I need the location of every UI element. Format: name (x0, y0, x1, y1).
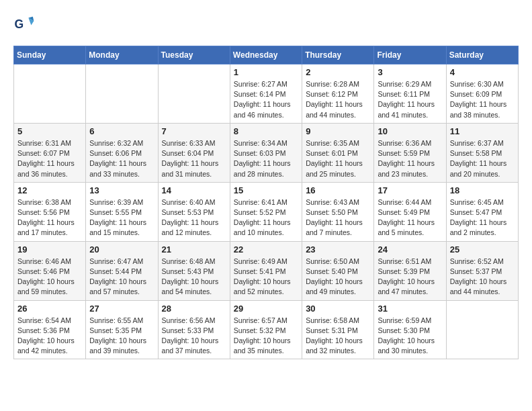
logo-icon: G (13, 13, 35, 35)
calendar-cell: 29Sunrise: 6:57 AMSunset: 5:32 PMDayligh… (230, 300, 302, 359)
calendar-cell: 21Sunrise: 6:48 AMSunset: 5:43 PMDayligh… (158, 241, 230, 300)
calendar-week-row: 19Sunrise: 6:46 AMSunset: 5:46 PMDayligh… (14, 241, 519, 300)
calendar-cell: 16Sunrise: 6:43 AMSunset: 5:50 PMDayligh… (302, 182, 374, 241)
calendar-cell: 9Sunrise: 6:35 AMSunset: 6:01 PMDaylight… (302, 123, 374, 182)
calendar-cell: 14Sunrise: 6:40 AMSunset: 5:53 PMDayligh… (158, 182, 230, 241)
calendar-cell (14, 64, 86, 124)
day-info: Sunrise: 6:45 AMSunset: 5:47 PMDaylight:… (450, 197, 515, 238)
day-number: 24 (378, 244, 442, 255)
day-number: 12 (17, 185, 82, 195)
calendar-cell: 11Sunrise: 6:37 AMSunset: 5:58 PMDayligh… (446, 123, 518, 182)
day-number: 11 (450, 126, 515, 136)
day-number: 18 (450, 185, 515, 195)
day-number: 9 (306, 126, 370, 136)
day-number: 21 (162, 244, 226, 255)
calendar-cell: 6Sunrise: 6:32 AMSunset: 6:06 PMDaylight… (86, 123, 158, 182)
calendar-cell: 20Sunrise: 6:47 AMSunset: 5:44 PMDayligh… (86, 241, 158, 300)
day-number: 27 (89, 304, 154, 314)
calendar-cell: 19Sunrise: 6:46 AMSunset: 5:46 PMDayligh… (14, 241, 86, 300)
day-number: 16 (306, 185, 370, 195)
calendar-cell: 23Sunrise: 6:50 AMSunset: 5:40 PMDayligh… (302, 241, 374, 300)
day-info: Sunrise: 6:51 AMSunset: 5:39 PMDaylight:… (378, 257, 442, 298)
calendar-cell: 5Sunrise: 6:31 AMSunset: 6:07 PMDaylight… (14, 123, 86, 182)
calendar-cell: 30Sunrise: 6:58 AMSunset: 5:31 PMDayligh… (302, 300, 374, 359)
day-number: 31 (378, 304, 442, 314)
calendar-cell: 26Sunrise: 6:54 AMSunset: 5:36 PMDayligh… (14, 300, 86, 359)
calendar-week-row: 5Sunrise: 6:31 AMSunset: 6:07 PMDaylight… (14, 123, 519, 182)
day-info: Sunrise: 6:54 AMSunset: 5:36 PMDaylight:… (17, 316, 82, 357)
day-info: Sunrise: 6:59 AMSunset: 5:30 PMDaylight:… (378, 316, 442, 357)
calendar-cell: 17Sunrise: 6:44 AMSunset: 5:49 PMDayligh… (374, 182, 446, 241)
weekday-header: Wednesday (230, 46, 302, 64)
calendar-cell: 10Sunrise: 6:36 AMSunset: 5:59 PMDayligh… (374, 123, 446, 182)
day-info: Sunrise: 6:35 AMSunset: 6:01 PMDaylight:… (306, 138, 370, 179)
calendar-cell: 13Sunrise: 6:39 AMSunset: 5:55 PMDayligh… (86, 182, 158, 241)
day-number: 3 (378, 67, 442, 77)
day-number: 5 (17, 126, 82, 136)
calendar-cell: 3Sunrise: 6:29 AMSunset: 6:11 PMDaylight… (374, 64, 446, 124)
day-info: Sunrise: 6:34 AMSunset: 6:03 PMDaylight:… (234, 138, 298, 179)
day-number: 2 (306, 67, 370, 77)
calendar-cell: 18Sunrise: 6:45 AMSunset: 5:47 PMDayligh… (446, 182, 518, 241)
calendar-cell: 15Sunrise: 6:41 AMSunset: 5:52 PMDayligh… (230, 182, 302, 241)
day-info: Sunrise: 6:37 AMSunset: 5:58 PMDaylight:… (450, 138, 515, 179)
day-info: Sunrise: 6:56 AMSunset: 5:33 PMDaylight:… (162, 316, 226, 357)
page-header: G (13, 13, 519, 35)
day-number: 14 (162, 185, 226, 195)
day-info: Sunrise: 6:57 AMSunset: 5:32 PMDaylight:… (234, 316, 298, 357)
day-info: Sunrise: 6:55 AMSunset: 5:35 PMDaylight:… (89, 316, 154, 357)
weekday-header: Sunday (14, 46, 86, 64)
day-number: 10 (378, 126, 442, 136)
calendar-cell: 25Sunrise: 6:52 AMSunset: 5:37 PMDayligh… (446, 241, 518, 300)
calendar-week-row: 1Sunrise: 6:27 AMSunset: 6:14 PMDaylight… (14, 64, 519, 124)
day-info: Sunrise: 6:31 AMSunset: 6:07 PMDaylight:… (17, 138, 82, 179)
day-info: Sunrise: 6:49 AMSunset: 5:41 PMDaylight:… (234, 257, 298, 298)
calendar-table: SundayMondayTuesdayWednesdayThursdayFrid… (13, 46, 519, 359)
calendar-cell: 7Sunrise: 6:33 AMSunset: 6:04 PMDaylight… (158, 123, 230, 182)
weekday-header: Thursday (302, 46, 374, 64)
day-info: Sunrise: 6:32 AMSunset: 6:06 PMDaylight:… (89, 138, 154, 179)
day-info: Sunrise: 6:50 AMSunset: 5:40 PMDaylight:… (306, 257, 370, 298)
day-number: 6 (89, 126, 154, 136)
day-number: 7 (162, 126, 226, 136)
day-info: Sunrise: 6:46 AMSunset: 5:46 PMDaylight:… (17, 257, 82, 298)
calendar-week-row: 12Sunrise: 6:38 AMSunset: 5:56 PMDayligh… (14, 182, 519, 241)
day-info: Sunrise: 6:36 AMSunset: 5:59 PMDaylight:… (378, 138, 442, 179)
day-number: 28 (162, 304, 226, 314)
calendar-cell (446, 300, 518, 359)
day-info: Sunrise: 6:52 AMSunset: 5:37 PMDaylight:… (450, 257, 515, 298)
day-info: Sunrise: 6:43 AMSunset: 5:50 PMDaylight:… (306, 197, 370, 238)
day-info: Sunrise: 6:27 AMSunset: 6:14 PMDaylight:… (234, 79, 298, 120)
calendar-cell (86, 64, 158, 124)
day-number: 1 (234, 67, 298, 77)
weekday-header: Saturday (446, 46, 518, 64)
calendar-cell (158, 64, 230, 124)
calendar-cell: 24Sunrise: 6:51 AMSunset: 5:39 PMDayligh… (374, 241, 446, 300)
day-number: 25 (450, 244, 515, 255)
day-number: 30 (306, 304, 370, 314)
calendar-cell: 27Sunrise: 6:55 AMSunset: 5:35 PMDayligh… (86, 300, 158, 359)
day-info: Sunrise: 6:40 AMSunset: 5:53 PMDaylight:… (162, 197, 226, 238)
day-info: Sunrise: 6:48 AMSunset: 5:43 PMDaylight:… (162, 257, 226, 298)
calendar-week-row: 26Sunrise: 6:54 AMSunset: 5:36 PMDayligh… (14, 300, 519, 359)
day-number: 13 (89, 185, 154, 195)
day-number: 8 (234, 126, 298, 136)
calendar-cell: 31Sunrise: 6:59 AMSunset: 5:30 PMDayligh… (374, 300, 446, 359)
weekday-header: Tuesday (158, 46, 230, 64)
day-info: Sunrise: 6:29 AMSunset: 6:11 PMDaylight:… (378, 79, 442, 120)
calendar-cell: 28Sunrise: 6:56 AMSunset: 5:33 PMDayligh… (158, 300, 230, 359)
calendar-cell: 8Sunrise: 6:34 AMSunset: 6:03 PMDaylight… (230, 123, 302, 182)
day-info: Sunrise: 6:47 AMSunset: 5:44 PMDaylight:… (89, 257, 154, 298)
day-info: Sunrise: 6:39 AMSunset: 5:55 PMDaylight:… (89, 197, 154, 238)
calendar-cell: 22Sunrise: 6:49 AMSunset: 5:41 PMDayligh… (230, 241, 302, 300)
calendar-cell: 2Sunrise: 6:28 AMSunset: 6:12 PMDaylight… (302, 64, 374, 124)
calendar-cell: 12Sunrise: 6:38 AMSunset: 5:56 PMDayligh… (14, 182, 86, 241)
day-info: Sunrise: 6:30 AMSunset: 6:09 PMDaylight:… (450, 79, 515, 120)
weekday-header: Monday (86, 46, 158, 64)
day-number: 26 (17, 304, 82, 314)
day-number: 17 (378, 185, 442, 195)
day-info: Sunrise: 6:38 AMSunset: 5:56 PMDaylight:… (17, 197, 82, 238)
weekday-header: Friday (374, 46, 446, 64)
svg-text:G: G (15, 17, 24, 31)
logo: G (13, 13, 38, 35)
